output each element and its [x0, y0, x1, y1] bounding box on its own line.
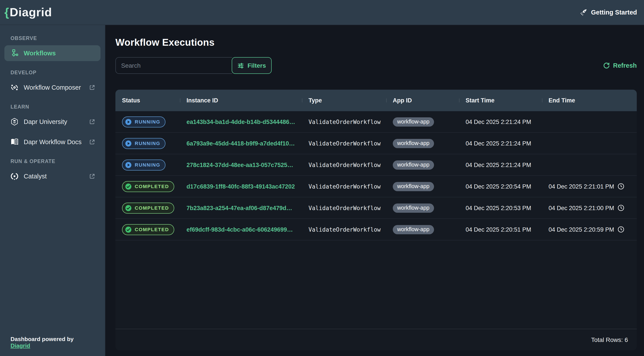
table-row: COMPLETED ef69dcff-983d-4cbc-a06c-606249… [116, 219, 637, 240]
instance-id-cell: ea143b34-ba1d-4dde-b14b-d53444862... [180, 118, 302, 125]
app-id-chip: workflow-app [393, 203, 434, 213]
app-id-chip: workflow-app [393, 225, 434, 234]
table-body: RUNNING ea143b34-ba1d-4dde-b14b-d5344486… [116, 111, 637, 329]
sidebar-item-label: Dapr University [24, 118, 84, 125]
status-badge: COMPLETED [122, 202, 174, 213]
status-cell: RUNNING [116, 138, 180, 149]
instance-id-link[interactable]: ef69dcff-983d-4cbc-a06c-606249699b50 [186, 226, 295, 233]
status-cell: RUNNING [116, 159, 180, 170]
search-input[interactable] [116, 57, 232, 74]
app-id-cell: workflow-app [386, 139, 459, 148]
composer-icon [10, 83, 19, 92]
instance-id-cell: 7b23a823-a254-47ea-af06-d87e479d9c8d [180, 205, 302, 211]
page-title: Workflow Executions [116, 37, 637, 48]
workflow-type: ValidateOrderWorkflow [308, 140, 381, 146]
sidebar-item-label: Workflow Composer [24, 84, 84, 91]
external-link-icon [89, 173, 95, 179]
clock-icon [618, 226, 625, 233]
start-time: 04 Dec 2025 2:20:51 PM [466, 226, 531, 233]
start-time-cell: 04 Dec 2025 2:21:24 PM [459, 140, 542, 146]
table-header-row: Status Instance ID Type App ID Start Tim… [116, 90, 637, 111]
workflow-icon [10, 49, 19, 58]
status-label: COMPLETED [135, 184, 169, 189]
app-id-cell: workflow-app [386, 160, 459, 169]
table-row: COMPLETED d17c6839-1ff8-40fc-88f3-49143a… [116, 176, 637, 197]
app-id-chip: workflow-app [393, 117, 434, 126]
instance-id-cell: 278c1824-37dd-48ee-aa13-057c7525a1ef [180, 161, 302, 168]
table-row: RUNNING 278c1824-37dd-48ee-aa13-057c7525… [116, 154, 637, 176]
column-header-status: Status [116, 97, 180, 104]
instance-id-link[interactable]: d17c6839-1ff8-40fc-88f3-49143ac47202 [186, 183, 295, 190]
external-link-icon [89, 119, 95, 125]
status-cell: COMPLETED [116, 181, 180, 192]
instance-id-link[interactable]: 6a793a9e-45dd-4418-b9f9-a7ded4f10b71 [186, 140, 295, 146]
instance-id-link[interactable]: ea143b34-ba1d-4dde-b14b-d53444862... [186, 118, 295, 125]
running-play-icon [125, 140, 132, 146]
book-icon [10, 137, 19, 146]
app-id-cell: workflow-app [386, 203, 459, 213]
workflow-type: ValidateOrderWorkflow [308, 226, 381, 233]
sidebar-item-dapr-workflow-docs[interactable]: Dapr Workflow Docs [4, 134, 100, 150]
status-cell: COMPLETED [116, 224, 180, 235]
status-label: RUNNING [135, 141, 160, 146]
sidebar-item-workflow-composer[interactable]: Workflow Composer [4, 80, 100, 95]
table-row: RUNNING ea143b34-ba1d-4dde-b14b-d5344486… [116, 111, 637, 133]
app-id-cell: workflow-app [386, 225, 459, 234]
sidebar-item-workflows[interactable]: Workflows [4, 45, 100, 61]
column-header-end-time: End Time [542, 97, 637, 104]
start-time: 04 Dec 2025 2:20:54 PM [466, 183, 531, 190]
workflow-executions-table: Status Instance ID Type App ID Start Tim… [116, 90, 637, 350]
type-cell: ValidateOrderWorkflow [302, 183, 386, 190]
column-header-instance-id: Instance ID [180, 97, 302, 104]
table-row: RUNNING 6a793a9e-45dd-4418-b9f9-a7ded4f1… [116, 133, 637, 154]
status-cell: COMPLETED [116, 202, 180, 213]
start-time: 04 Dec 2025 2:21:24 PM [466, 161, 531, 168]
filters-button[interactable]: Filters [232, 57, 272, 74]
workflow-type: ValidateOrderWorkflow [308, 161, 381, 168]
sidebar: OBSERVE Workflows DEVELOP [0, 25, 105, 356]
section-label-run-operate: RUN & OPERATE [0, 154, 105, 167]
getting-started-button[interactable]: Getting Started [580, 8, 637, 16]
diagrid-logo[interactable]: { Diagrid [4, 6, 52, 19]
table-row: COMPLETED 7b23a823-a254-47ea-af06-d87e47… [116, 197, 637, 219]
main-area: Workflow Executions Filters [105, 25, 644, 356]
sidebar-item-label: Workflows [24, 50, 95, 57]
start-time-cell: 04 Dec 2025 2:20:53 PM [459, 205, 542, 211]
diagrid-footer-link[interactable]: Diagrid [10, 342, 30, 349]
refresh-button[interactable]: Refresh [603, 62, 637, 69]
completed-check-icon [125, 226, 132, 233]
instance-id-cell: ef69dcff-983d-4cbc-a06c-606249699b50 [180, 226, 302, 233]
column-header-start-time: Start Time [459, 97, 542, 104]
app-root: { Diagrid Getting Started OBSERVE [0, 0, 644, 356]
status-label: COMPLETED [135, 205, 169, 211]
catalyst-icon [10, 172, 19, 181]
instance-id-link[interactable]: 7b23a823-a254-47ea-af06-d87e479d9c8d [186, 205, 295, 211]
sidebar-item-catalyst[interactable]: Catalyst [4, 168, 100, 184]
clock-icon [618, 183, 625, 190]
getting-started-label: Getting Started [591, 9, 637, 16]
instance-id-link[interactable]: 278c1824-37dd-48ee-aa13-057c7525a1ef [186, 161, 295, 168]
start-time: 04 Dec 2025 2:21:24 PM [466, 118, 531, 125]
logo-brace-icon: { [4, 6, 9, 19]
sidebar-item-dapr-university[interactable]: Dapr University [4, 114, 100, 130]
running-play-icon [125, 118, 132, 125]
status-badge: COMPLETED [122, 224, 174, 235]
start-time-cell: 04 Dec 2025 2:21:24 PM [459, 118, 542, 125]
column-header-type: Type [302, 97, 386, 104]
workflow-type: ValidateOrderWorkflow [308, 118, 381, 125]
end-time: 04 Dec 2025 2:21:00 PM [548, 205, 614, 211]
app-id-chip: workflow-app [393, 139, 434, 148]
external-link-icon [89, 84, 95, 91]
status-label: RUNNING [135, 119, 160, 124]
status-label: RUNNING [135, 162, 160, 167]
end-time-cell: 04 Dec 2025 2:21:00 PM [542, 204, 637, 211]
refresh-label: Refresh [613, 62, 637, 69]
app-id-chip: workflow-app [393, 160, 434, 169]
sidebar-item-label: Catalyst [24, 173, 84, 180]
sidebar-footer: Dashboard powered by Diagrid [0, 330, 105, 356]
dapr-university-icon [10, 117, 19, 126]
instance-id-cell: d17c6839-1ff8-40fc-88f3-49143ac47202 [180, 183, 302, 190]
search-group: Filters [116, 57, 272, 74]
powered-by-text: Dashboard powered by [10, 336, 74, 342]
section-label-learn: LEARN [0, 100, 105, 113]
